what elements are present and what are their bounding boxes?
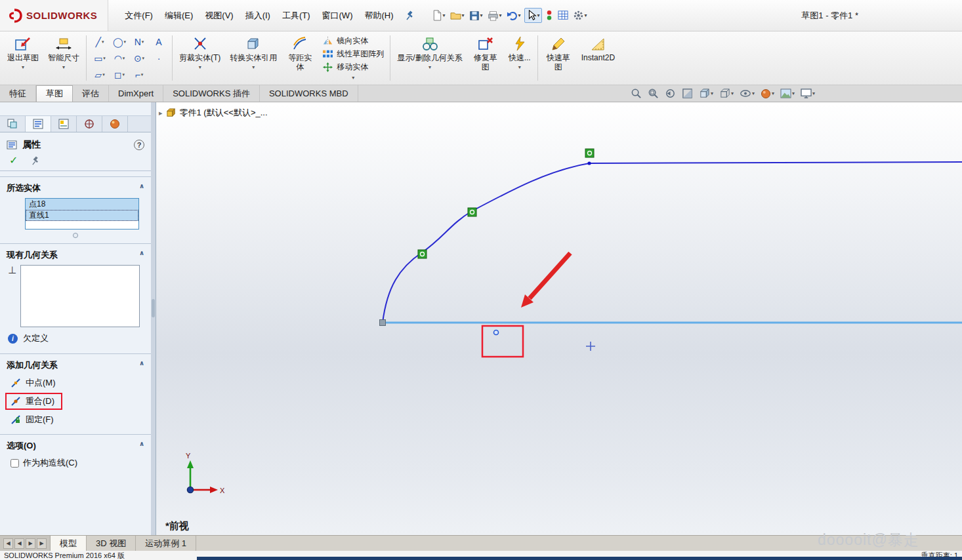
dimxpert-manager-tab[interactable] [77,116,102,132]
apply-scene-button[interactable] [779,88,796,99]
offset-entities-label: 等距实体 [286,53,314,71]
splitter-grip[interactable] [152,299,155,317]
selected-item-point[interactable]: 点18 [26,199,138,210]
construction-line-checkbox[interactable] [10,459,19,468]
spline-tool-button[interactable]: N [129,33,149,50]
fillet-tool-button[interactable]: ⌐ [129,66,149,83]
print-button[interactable] [486,9,503,22]
selected-entities-list[interactable]: 点18 直线1 [25,198,139,230]
tab-features[interactable]: 特征 [0,85,36,102]
next-tab-button[interactable]: ▶ [26,538,35,549]
text-tool-button[interactable]: A [149,33,169,50]
point-tool-button[interactable]: · [149,50,169,66]
move-entities-button[interactable]: 移动实体 [322,62,368,73]
rapid-sketch-button[interactable]: 快速草图 [540,33,577,83]
selected-item-line[interactable]: 直线1 [26,210,138,221]
spline-point[interactable] [587,161,591,165]
sketch-point[interactable] [494,330,499,335]
previous-tab-button[interactable]: ◀ [14,538,24,549]
configuration-manager-tab[interactable] [51,116,77,132]
menu-tools[interactable]: 工具(T) [276,7,316,25]
existing-relations-header[interactable]: 现有几何关系 [0,244,151,264]
tab-dimxpert[interactable]: DimXpert [109,85,163,102]
arc-tool-button[interactable]: ◠ [110,50,129,66]
menu-help[interactable]: 帮助(H) [358,7,399,25]
task-scheduler-button[interactable] [556,9,570,22]
keep-visible-pin-icon[interactable] [31,156,40,165]
menu-insert[interactable]: 插入(I) [240,7,276,25]
section-view-button[interactable] [680,87,694,100]
tab-mbd[interactable]: SOLIDWORKS MBD [260,85,358,102]
midpoint-relation-button[interactable]: 中点(M) [5,374,64,391]
slot-tool-button[interactable]: ◻ [110,66,129,83]
undo-button[interactable] [505,9,522,22]
sketch-spline[interactable] [383,162,962,323]
tab-sketch[interactable]: 草图 [36,85,73,102]
convert-entities-button[interactable]: 转换实体引用 [225,33,282,83]
help-button[interactable]: ? [134,140,144,150]
open-document-button[interactable] [449,9,466,22]
instant2d-button[interactable]: Instant2D [577,33,619,83]
exit-sketch-button[interactable]: 退出草图 [3,33,43,83]
zoom-to-fit-button[interactable] [629,87,643,100]
repair-sketch-button[interactable]: 修复草图 [467,33,504,83]
list-resize-handle[interactable] [73,233,78,238]
fix-relation-button[interactable]: 固定(F) [5,411,62,428]
coincident-relation-marker[interactable] [468,208,476,216]
coincident-relation-button[interactable]: 重合(D) [5,393,62,410]
smart-dimension-button[interactable]: 智能尺寸 [43,33,84,83]
display-manager-tab[interactable] [102,116,128,132]
ellipse-tool-button[interactable]: ⊙ [129,50,149,66]
last-tab-button[interactable]: ▶ [37,538,47,549]
view-settings-button[interactable] [799,88,816,99]
select-tool-button[interactable] [524,8,542,23]
tree-expander-icon[interactable]: ▸ [159,109,163,117]
zoom-to-area-button[interactable] [646,87,660,100]
selected-entities-header[interactable]: 所选实体 [0,177,151,197]
panel-splitter[interactable] [151,102,156,535]
graphics-area[interactable]: ▸ 零件1 (默认<<默认>_... [156,102,962,535]
new-document-button[interactable] [430,9,447,22]
first-tab-button[interactable]: ◀ [3,538,13,549]
coincident-relation-marker[interactable] [585,149,594,157]
linear-sketch-pattern-button[interactable]: 线性草图阵列 [322,49,384,60]
feature-manager-tree-tab[interactable] [0,116,26,132]
options-button[interactable] [572,9,589,22]
pin-menu-button[interactable] [405,10,415,20]
hide-show-items-button[interactable] [738,88,756,99]
display-style-button[interactable] [718,87,735,100]
add-relations-header[interactable]: 添加几何关系 [0,354,151,374]
view-orientation-button[interactable] [698,87,715,100]
offset-entities-button[interactable]: 等距实体 [282,33,318,83]
polygon-tool-button[interactable]: ▱ [90,66,110,83]
circle-tool-button[interactable]: ◯ [110,33,129,50]
line-tool-button[interactable]: ╱ [90,33,110,50]
construction-line-option[interactable]: 作为构造线(C) [0,454,151,474]
save-button[interactable] [468,9,484,22]
options-header[interactable]: 选项(O) [0,435,151,454]
edit-appearance-button[interactable] [759,88,776,100]
tab-model[interactable]: 模型 [51,536,87,551]
menu-view[interactable]: 视图(V) [199,7,239,25]
mirror-entities-button[interactable]: 镜向实体 [322,35,368,47]
menu-window[interactable]: 窗口(W) [316,7,359,25]
tab-motion-study[interactable]: 运动算例 1 [136,536,196,551]
menu-file[interactable]: 文件(F) [119,7,159,25]
quick-snaps-button[interactable]: 快速... [504,33,535,83]
tab-evaluate[interactable]: 评估 [73,85,109,102]
property-manager-tab[interactable] [26,116,51,132]
coincident-relation-marker[interactable] [418,250,427,258]
tab-3d-views[interactable]: 3D 视图 [87,536,136,551]
previous-view-button[interactable] [663,87,677,100]
feature-tree-root-label[interactable]: 零件1 (默认<<默认>_... [180,107,268,119]
rectangle-tool-button[interactable]: ▭ [90,50,110,66]
ok-button[interactable]: ✓ [9,156,18,165]
menu-edit[interactable]: 编辑(E) [159,7,199,25]
display-delete-relations-button[interactable]: 显示/删除几何关系 [392,33,467,83]
interference-stoplight-button[interactable] [544,9,554,23]
trim-entities-button[interactable]: 剪裁实体(T) [175,33,225,83]
tab-addins[interactable]: SOLIDWORKS 插件 [163,85,260,102]
app-logo: SOLIDWORKS [0,0,108,31]
sketch-endpoint-marker[interactable] [380,320,386,326]
existing-relations-list[interactable] [20,265,140,327]
